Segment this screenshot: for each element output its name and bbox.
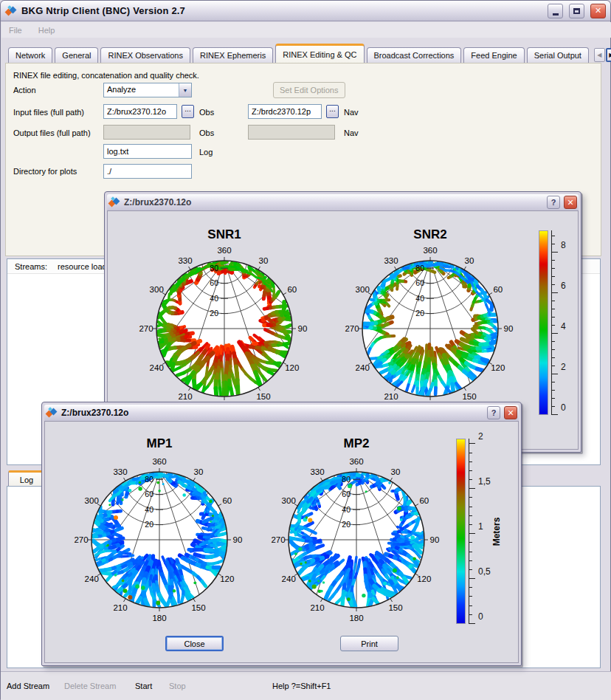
plots-dir-field[interactable] [103, 164, 192, 179]
menu-help[interactable]: Help [38, 26, 55, 35]
svg-text:90: 90 [298, 324, 308, 333]
input-obs-field[interactable] [103, 104, 177, 119]
svg-text:240: 240 [150, 363, 164, 372]
svg-text:240: 240 [282, 574, 296, 583]
snr-window-titlebar[interactable]: Z:/brux2370.12o ? ✕ [107, 194, 579, 210]
svg-text:60: 60 [222, 496, 232, 505]
output-files-label: Output files (full path) [13, 128, 91, 137]
combo-dropdown-button[interactable]: ▼ [179, 83, 191, 97]
minimize-icon [553, 13, 559, 16]
mp-colorbar: 00,511,52Meters [456, 439, 519, 624]
stop-button: Stop [169, 682, 186, 690]
svg-text:60: 60 [287, 285, 297, 294]
svg-text:240: 240 [356, 363, 370, 372]
svg-text:300: 300 [282, 496, 296, 505]
start-button[interactable]: Start [135, 682, 152, 690]
mp-window-titlebar[interactable]: Z:/brux2370.12o ? ✕ [44, 405, 519, 421]
logfile-field[interactable] [103, 144, 192, 159]
tab-log[interactable]: Log [8, 470, 45, 487]
tab-feed-engine[interactable]: Feed Engine [463, 47, 524, 63]
svg-text:150: 150 [462, 392, 476, 401]
tab-serial-output[interactable]: Serial Output [527, 47, 589, 63]
delete-stream-button: Delete Stream [64, 682, 116, 690]
svg-text:240: 240 [85, 574, 99, 583]
close-plot-button[interactable]: Close [165, 636, 224, 651]
svg-text:30: 30 [465, 256, 474, 265]
mp-window-close-button[interactable]: ✕ [504, 406, 517, 419]
tab-general[interactable]: General [55, 47, 98, 63]
svg-text:300: 300 [356, 285, 370, 294]
svg-text:90: 90 [504, 324, 514, 333]
input-files-label: Input files (full path) [13, 108, 84, 117]
minimize-button[interactable] [548, 4, 563, 18]
nav-label: Nav [344, 108, 359, 117]
help-button[interactable]: ? [547, 196, 560, 209]
svg-text:330: 330 [384, 256, 398, 265]
panel-description: RINEX file editing, concatenation and qu… [13, 71, 199, 80]
svg-text:90: 90 [430, 535, 440, 544]
add-stream-button[interactable]: Add Stream [7, 682, 49, 690]
help-hint: Help ?=Shift+F1 [272, 682, 331, 690]
window-title: BKG Ntrip Client (BNC) Version 2.7 [21, 5, 542, 16]
maximize-icon [573, 8, 580, 14]
maximize-button[interactable] [569, 4, 584, 18]
browse-obs-button[interactable]: ... [182, 105, 194, 118]
svg-text:120: 120 [285, 363, 299, 372]
browse-nav-button[interactable]: ... [326, 105, 339, 118]
input-nav-field[interactable] [248, 104, 322, 119]
svg-text:210: 210 [178, 392, 192, 401]
streams-header-col2: resource load [58, 262, 107, 271]
close-icon: ✕ [595, 6, 601, 16]
snr-colorbar: 02468 [539, 230, 579, 415]
chevron-left-icon: ◀ [597, 52, 601, 58]
print-button[interactable]: Print [340, 636, 398, 651]
menu-file[interactable]: File [9, 26, 22, 35]
svg-text:80: 80 [342, 475, 351, 484]
help-button[interactable]: ? [487, 406, 500, 419]
snr-window-close-button[interactable]: ✕ [564, 196, 577, 209]
svg-text:150: 150 [191, 603, 205, 612]
streams-header-col1: Streams: [15, 262, 47, 271]
svg-text:270: 270 [74, 535, 88, 544]
tab-rinex-ephemeris[interactable]: RINEX Ephemeris [193, 47, 273, 63]
svg-text:20: 20 [415, 309, 424, 318]
output-obs-field [103, 125, 190, 140]
svg-text:60: 60 [145, 490, 153, 498]
app-icon [108, 196, 120, 208]
mp-plot-area: MP1 204060803603060901201501802102402703… [44, 421, 519, 663]
tab-scroll-left-button[interactable]: ◀ [594, 48, 605, 62]
output-obs-label: Obs [199, 128, 214, 137]
main-titlebar[interactable]: BKG Ntrip Client (BNC) Version 2.7 ✕ [1, 1, 610, 21]
svg-text:360: 360 [423, 246, 437, 255]
svg-text:60: 60 [210, 278, 218, 287]
svg-text:360: 360 [152, 457, 166, 466]
set-edit-options-button: Set Edit Options [273, 82, 345, 98]
tab-scroll-buttons: ◀ ▶ [594, 47, 611, 63]
svg-text:40: 40 [415, 294, 424, 303]
svg-text:360: 360 [217, 246, 231, 255]
tab-scroll-right-button[interactable]: ▶ [606, 48, 611, 62]
mp2-polar-plot: 2040608036030609012015018021024027030033… [263, 445, 449, 631]
svg-text:80: 80 [415, 264, 424, 272]
svg-text:180: 180 [349, 614, 363, 622]
svg-text:60: 60 [415, 278, 424, 287]
svg-text:90: 90 [233, 535, 243, 544]
tab-broadcast-corrections[interactable]: Broadcast Corrections [367, 47, 462, 63]
svg-text:40: 40 [342, 505, 351, 514]
svg-text:180: 180 [152, 614, 166, 622]
log-label: Log [199, 148, 213, 157]
statusbar: Add Stream Delete Stream Start Stop Help… [1, 671, 611, 700]
action-label: Action [13, 86, 36, 95]
svg-text:330: 330 [310, 467, 324, 476]
tab-rinex-editing-qc[interactable]: RINEX Editing & QC [275, 44, 364, 63]
tabstrip: Network General RINEX Observations RINEX… [8, 44, 607, 63]
close-button[interactable]: ✕ [590, 4, 606, 18]
tab-rinex-observations[interactable]: RINEX Observations [100, 47, 190, 63]
close-icon: ✕ [567, 198, 573, 207]
menubar: File Help [1, 22, 611, 38]
obs-label: Obs [199, 108, 214, 117]
tab-network[interactable]: Network [8, 47, 52, 63]
mp-window-title: Z:/brux2370.12o [61, 408, 483, 418]
action-combobox[interactable]: Analyze ▼ [103, 83, 192, 97]
snr1-polar-plot: 2040608036030609012015018021024027030033… [131, 234, 317, 420]
